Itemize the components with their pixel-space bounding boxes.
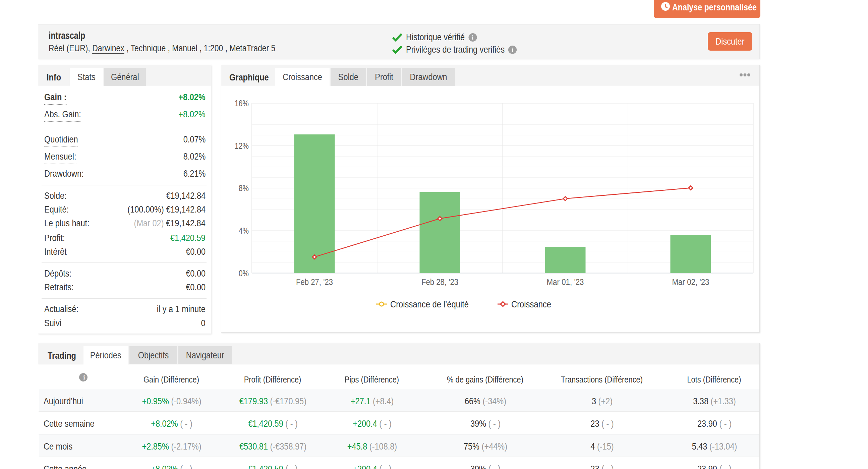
svg-text:Feb 27, '23: Feb 27, '23: [296, 277, 333, 287]
svg-text:4%: 4%: [239, 226, 249, 236]
svg-text:0%: 0%: [239, 268, 249, 278]
svg-text:Mar 02, '23: Mar 02, '23: [672, 277, 709, 287]
svg-text:8%: 8%: [239, 183, 249, 193]
svg-text:12%: 12%: [235, 141, 249, 151]
svg-text:Feb 28, '23: Feb 28, '23: [422, 277, 458, 287]
svg-text:Croissance: Croissance: [511, 300, 551, 309]
svg-text:Mar 01, '23: Mar 01, '23: [547, 277, 584, 287]
svg-text:16%: 16%: [235, 98, 249, 108]
svg-text:Croissance de l’équité: Croissance de l’équité: [390, 300, 469, 309]
